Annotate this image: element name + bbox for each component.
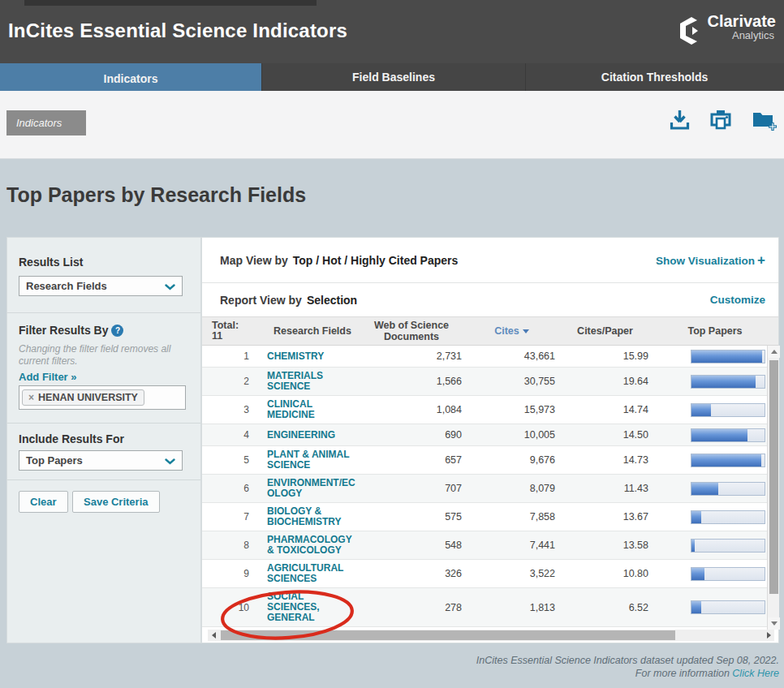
remove-filter-icon[interactable]: × — [28, 392, 34, 403]
cites-per-paper-value: 13.67 — [558, 511, 652, 522]
research-field-link[interactable]: SOCIAL SCIENCES, GENERAL — [267, 591, 358, 623]
col-cites-per-paper[interactable]: Cites/Paper — [558, 325, 652, 337]
top-papers-bar-fill — [691, 511, 701, 523]
scroll-up-icon[interactable] — [768, 346, 780, 358]
filter-tag-henan-university[interactable]: × HENAN UNIVERSITY — [22, 389, 144, 406]
top-papers-cell — [652, 403, 778, 417]
table-row: 7 BIOLOGY & BIOCHEMISTRY 575 7,858 13.67 — [202, 503, 778, 531]
col-cites-sorted[interactable]: Cites — [465, 325, 558, 337]
row-rank: 5 — [202, 454, 252, 466]
row-rank: 6 — [202, 483, 252, 494]
top-dark-strip — [24, 0, 317, 6]
top-papers-cell — [652, 567, 778, 581]
col-wos-documents[interactable]: Web of Science Documents — [358, 320, 465, 342]
footer-line2-text: For more information — [635, 668, 730, 679]
horizontal-scrollbar[interactable] — [208, 630, 774, 641]
scroll-right-icon[interactable] — [763, 630, 774, 641]
table-row: 8 PHARMACOLOGY & TOXICOLOGY 548 7,441 13… — [202, 531, 778, 560]
research-field-link[interactable]: CLINICAL MEDICINE — [267, 399, 358, 420]
top-papers-bar — [691, 454, 765, 467]
include-results-dropdown[interactable]: Top Papers — [19, 450, 183, 471]
logo-brand-text: Clarivate — [708, 13, 777, 30]
table-row: 9 AGRICULTURAL SCIENCES 326 3,522 10.80 — [202, 560, 778, 588]
breadcrumb: Indicators — [6, 110, 86, 135]
research-field-link[interactable]: PLANT & ANIMAL SCIENCE — [267, 449, 358, 471]
research-field-link[interactable]: BIOLOGY & BIOCHEMISTRY — [267, 506, 358, 527]
results-list-selected: Research Fields — [26, 280, 107, 292]
logo-sub-text: Analytics — [732, 30, 774, 41]
scroll-left-icon[interactable] — [208, 630, 219, 641]
include-results-selected: Top Papers — [26, 454, 83, 467]
wos-documents-value: 548 — [358, 540, 465, 551]
help-icon[interactable]: ? — [111, 325, 123, 337]
report-view-bar: Report View by Selection Customize — [202, 283, 778, 316]
row-rank: 10 — [202, 602, 252, 613]
footer-line2: For more information Click Here — [476, 667, 779, 680]
scroll-down-icon[interactable] — [768, 617, 780, 630]
clear-button[interactable]: Clear — [19, 491, 68, 513]
results-list-dropdown[interactable]: Research Fields — [19, 276, 183, 296]
col-research-fields[interactable]: Research Fields — [267, 325, 358, 337]
chevron-down-icon — [165, 279, 175, 294]
col-top-papers[interactable]: Top Papers — [652, 325, 778, 337]
top-papers-bar-fill — [691, 568, 704, 580]
cites-per-paper-value: 6.52 — [558, 602, 652, 613]
top-papers-bar-fill — [691, 429, 747, 441]
cites-value: 9,676 — [465, 454, 558, 466]
research-field-link[interactable]: MATERIALS SCIENCE — [267, 371, 358, 392]
download-icon[interactable] — [670, 109, 690, 134]
research-field-link[interactable]: ENGINEERING — [267, 430, 358, 441]
tab-indicators[interactable]: Indicators — [0, 63, 262, 94]
tab-citation-thresholds[interactable]: Citation Thresholds — [526, 63, 783, 91]
top-papers-cell — [652, 454, 778, 467]
plus-icon: + — [757, 252, 765, 268]
customize-link[interactable]: Customize — [710, 294, 765, 306]
research-field-link[interactable]: AGRICULTURAL SCIENCES — [267, 563, 358, 584]
top-papers-bar — [691, 510, 765, 524]
wos-documents-value: 2,731 — [358, 350, 465, 362]
cites-value: 15,973 — [465, 404, 558, 415]
top-papers-bar — [691, 600, 765, 614]
row-rank: 4 — [202, 429, 252, 441]
tab-field-baselines[interactable]: Field Baselines — [262, 63, 526, 91]
cites-per-paper-value: 15.99 — [558, 350, 652, 362]
table-row: 4 ENGINEERING 690 10,005 14.50 — [202, 424, 778, 446]
top-papers-bar-fill — [691, 404, 711, 416]
vertical-scroll-thumb[interactable] — [769, 360, 778, 594]
save-criteria-button[interactable]: Save Criteria — [72, 491, 160, 513]
top-papers-bar-fill — [691, 454, 761, 467]
research-field-link[interactable]: ENVIRONMENT/ECOLOGY — [267, 478, 358, 499]
vertical-scrollbar[interactable] — [767, 346, 779, 630]
top-papers-cell — [652, 539, 778, 553]
research-field-link[interactable]: CHEMISTRY — [267, 351, 358, 362]
page-title: Top Papers by Research Fields — [6, 183, 306, 207]
top-papers-bar — [691, 350, 765, 363]
top-papers-bar-fill — [691, 350, 762, 363]
table-row: 5 PLANT & ANIMAL SCIENCE 657 9,676 14.73 — [202, 446, 778, 475]
filter-results-heading: Filter Results By? — [19, 324, 123, 337]
wos-documents-value: 326 — [358, 568, 465, 579]
cites-per-paper-value: 11.43 — [558, 483, 652, 494]
print-icon[interactable] — [709, 109, 732, 134]
show-visualization-link[interactable]: Show Visualization+ — [656, 252, 765, 269]
top-papers-bar — [691, 375, 765, 389]
folder-add-icon[interactable] — [752, 109, 778, 134]
top-papers-bar — [691, 539, 765, 553]
cites-value: 7,858 — [465, 511, 558, 522]
add-filter-link[interactable]: Add Filter » — [19, 371, 77, 383]
horizontal-scroll-thumb[interactable] — [221, 630, 675, 640]
results-panel: Map View by Top / Hot / Highly Cited Pap… — [201, 237, 779, 643]
chevron-down-icon — [165, 454, 175, 468]
col-cites-label: Cites — [494, 325, 519, 337]
total-value: 11 — [212, 331, 252, 342]
table-row: 10 SOCIAL SCIENCES, GENERAL 278 1,813 6.… — [202, 588, 778, 627]
total-count: Total: 11 — [202, 320, 252, 342]
cites-value: 43,661 — [465, 350, 558, 362]
wos-documents-value: 1,084 — [358, 404, 465, 415]
research-field-link[interactable]: PHARMACOLOGY & TOXICOLOGY — [267, 535, 358, 556]
filter-note: Changing the filter field removes all cu… — [19, 343, 187, 368]
results-list-heading: Results List — [19, 256, 83, 269]
report-view-value: Selection — [307, 294, 357, 307]
click-here-link[interactable]: Click Here — [732, 668, 779, 679]
report-view-label: Report View by — [220, 294, 302, 307]
